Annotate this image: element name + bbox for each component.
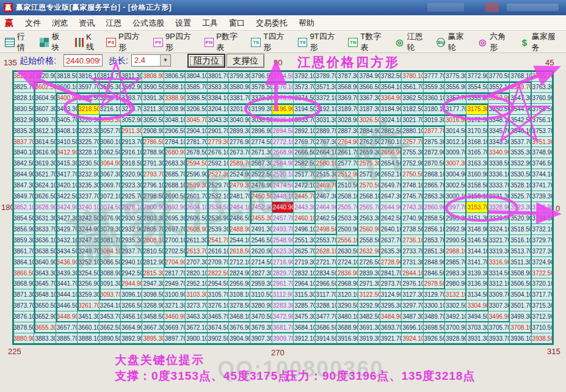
- menu-item-5[interactable]: 设置: [170, 16, 197, 30]
- grid-cell[interactable]: 3688.90: [337, 322, 358, 333]
- grid-cell[interactable]: 2582.50: [294, 158, 315, 169]
- grid-cell[interactable]: 3643.30: [34, 268, 56, 279]
- grid-cell[interactable]: 3074.50: [100, 202, 121, 213]
- grid-cell[interactable]: 3902.50: [208, 333, 229, 344]
- grid-cell[interactable]: 3362.50: [402, 93, 423, 104]
- grid-cell[interactable]: 2601.70: [186, 191, 207, 202]
- grid-cell[interactable]: 3031.30: [316, 115, 337, 126]
- grid-cell[interactable]: 2491.30: [250, 224, 272, 235]
- grid-cell[interactable]: 3434.50: [56, 246, 78, 257]
- grid-cell[interactable]: 3614.50: [34, 137, 56, 148]
- grid-cell[interactable]: 3103.30: [186, 289, 207, 300]
- grid-cell[interactable]: 3100.90: [164, 289, 186, 300]
- grid-cell[interactable]: 3009.70: [445, 147, 466, 158]
- grid-cell[interactable]: 2632.90: [358, 246, 380, 257]
- grid-cell[interactable]: 3163.30: [466, 158, 488, 169]
- grid-cell[interactable]: 3019.30: [424, 115, 445, 126]
- grid-cell[interactable]: 2484.10: [229, 202, 250, 213]
- grid-cell[interactable]: 3264.10: [100, 300, 121, 311]
- grid-cell[interactable]: 2668.90: [272, 147, 294, 158]
- grid-cell[interactable]: 3348.10: [488, 115, 510, 126]
- grid-cell[interactable]: 2774.50: [250, 137, 272, 148]
- grid-cell[interactable]: 2680.90: [164, 147, 186, 158]
- grid-cell[interactable]: 3199.30: [250, 104, 272, 115]
- grid-cell[interactable]: 2673.70: [229, 147, 250, 158]
- grid-cell[interactable]: 2841.70: [380, 268, 402, 279]
- grid-cell[interactable]: 3871.30: [13, 289, 34, 300]
- grid-cell[interactable]: 3477.70: [316, 311, 337, 322]
- grid-cell[interactable]: 3775.30: [445, 71, 466, 82]
- toolbar-item[interactable]: T99T四方形: [298, 31, 341, 53]
- grid-cell[interactable]: 2966.50: [316, 278, 337, 289]
- grid-cell[interactable]: 3612.10: [34, 126, 56, 137]
- grid-cell[interactable]: 2455.30: [250, 213, 272, 224]
- grid-cell[interactable]: 3796.90: [250, 71, 272, 82]
- grid-cell[interactable]: 2930.50: [121, 213, 142, 224]
- grid-cell[interactable]: 3578.50: [250, 82, 272, 93]
- grid-cell[interactable]: 2709.70: [208, 257, 229, 268]
- grid-cell[interactable]: 3172.90: [466, 115, 488, 126]
- grid-cell[interactable]: 3326.50: [488, 213, 510, 224]
- grid-cell[interactable]: 2808.10: [142, 235, 164, 246]
- grid-cell[interactable]: 3708.10: [510, 322, 531, 333]
- grid-cell[interactable]: 2493.70: [272, 224, 294, 235]
- grid-cell[interactable]: 3108.10: [229, 289, 250, 300]
- grid-cell[interactable]: 3676.90: [229, 322, 250, 333]
- grid-cell[interactable]: 2536.90: [208, 213, 229, 224]
- grid-cell[interactable]: 2973.70: [380, 278, 402, 289]
- grid-cell[interactable]: 3804.10: [186, 71, 207, 82]
- grid-cell[interactable]: 3619.30: [34, 158, 56, 169]
- grid-cell[interactable]: 3748.90: [532, 147, 553, 158]
- grid-cell[interactable]: 2666.50: [294, 147, 315, 158]
- grid-cell[interactable]: 3895.30: [142, 333, 164, 344]
- grid-cell[interactable]: 3720.10: [532, 278, 553, 289]
- grid-cell[interactable]: 3787.30: [337, 71, 358, 82]
- grid-cell[interactable]: 3535.30: [510, 147, 531, 158]
- grid-cell[interactable]: 2856.10: [424, 224, 445, 235]
- grid-cell[interactable]: 3489.70: [424, 311, 445, 322]
- grid-cell[interactable]: 2894.50: [272, 126, 294, 137]
- grid-cell[interactable]: 2980.90: [445, 278, 466, 289]
- grid-cell[interactable]: 2472.10: [294, 180, 315, 191]
- grid-cell[interactable]: 3580.90: [229, 82, 250, 93]
- grid-cell[interactable]: 2978.50: [424, 278, 445, 289]
- grid-cell[interactable]: 3628.90: [34, 202, 56, 213]
- grid-cell[interactable]: 3004.90: [445, 169, 466, 180]
- toolbar-item[interactable]: ◎六角形: [477, 31, 512, 53]
- grid-cell[interactable]: 3134.50: [466, 289, 488, 300]
- grid-cell[interactable]: 2784.10: [164, 137, 186, 148]
- grid-cell[interactable]: 2870.50: [424, 158, 445, 169]
- grid-cell[interactable]: 3667.30: [142, 322, 164, 333]
- grid-cell[interactable]: 2868.10: [424, 169, 445, 180]
- grid-cell[interactable]: 3861.70: [13, 246, 34, 257]
- grid-cell[interactable]: 2728.90: [380, 257, 402, 268]
- grid-cell[interactable]: 3544.90: [510, 104, 531, 115]
- grid-cell[interactable]: 3156.10: [466, 191, 488, 202]
- grid-cell[interactable]: 3242.50: [78, 213, 99, 224]
- grid-cell[interactable]: 3093.70: [100, 289, 121, 300]
- grid-cell[interactable]: 3909.70: [272, 333, 294, 344]
- grid-cell[interactable]: 3700.90: [445, 322, 466, 333]
- grid-cell[interactable]: 3465.70: [208, 311, 229, 322]
- toolbar-item[interactable]: $赢家服务: [520, 31, 561, 53]
- grid-cell[interactable]: 3040.90: [229, 115, 250, 126]
- grid-cell[interactable]: 3259.30: [78, 289, 99, 300]
- grid-cell[interactable]: 3000.10: [445, 191, 466, 202]
- grid-cell[interactable]: 3297.70: [402, 300, 423, 311]
- grid-cell[interactable]: 3088.90: [100, 268, 121, 279]
- grid-cell[interactable]: 3597.70: [78, 82, 99, 93]
- grid-cell[interactable]: 3528.10: [510, 180, 531, 191]
- grid-cell[interactable]: 2726.50: [358, 257, 380, 268]
- grid-cell[interactable]: 2923.30: [121, 180, 142, 191]
- grid-cell[interactable]: 2524.90: [229, 169, 250, 180]
- grid-cell[interactable]: 3364.90: [380, 93, 402, 104]
- grid-cell[interactable]: 3859.30: [13, 235, 34, 246]
- grid-cell[interactable]: 2656.90: [380, 147, 402, 158]
- toolbar-item[interactable]: ◎江恩轮: [395, 31, 429, 53]
- grid-cell[interactable]: 3842.50: [13, 158, 34, 169]
- grid-cell[interactable]: 3837.70: [13, 137, 34, 148]
- grid-cell[interactable]: 3523.30: [510, 202, 531, 213]
- toolbar-item[interactable]: Big赢家轮: [437, 31, 470, 53]
- grid-cell[interactable]: 2563.30: [358, 213, 380, 224]
- grid-cell[interactable]: 2604.10: [186, 202, 207, 213]
